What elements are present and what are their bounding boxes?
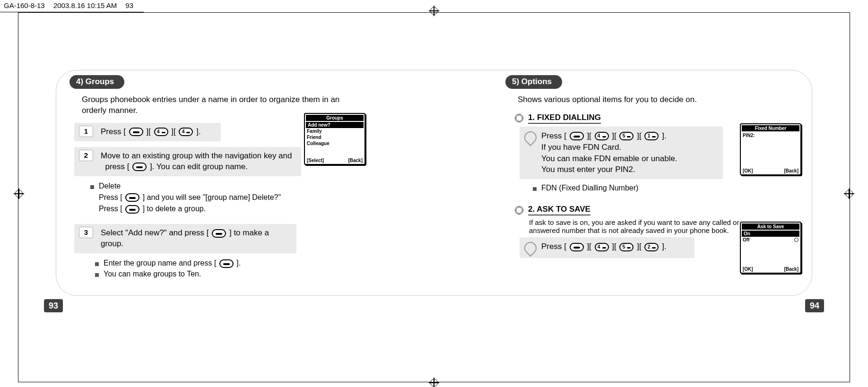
key-4-icon <box>595 132 609 140</box>
doc-timestamp: 2003.8.16 10:15 AM <box>53 1 117 9</box>
key-4-icon <box>179 128 193 136</box>
ask-to-save-heading: 2. ASK TO SAVE <box>515 205 799 215</box>
phone-mock-groups: Groups Add new? Family Friend Colleague … <box>304 113 365 165</box>
softkey-left: [OK] <box>743 267 753 272</box>
phone-mock-ask-to-save: Ask to Save On Off [OK] [Back] <box>740 222 801 274</box>
key-4-icon <box>595 243 609 251</box>
registration-mark-left-icon <box>14 189 24 199</box>
group-bullet-2: You can make groups to Ten. <box>95 270 363 278</box>
content-card: 4) Groups Groups phonebook entries under… <box>56 70 812 296</box>
step-3-number: 3 <box>79 227 93 238</box>
doc-id: GA-160-8-13 <box>4 1 45 9</box>
key-2-icon <box>644 243 659 251</box>
step-1: 1 Press [ ][ ][ ]. <box>74 123 221 141</box>
step-2: 2 Move to an existing group with the nav… <box>74 147 301 176</box>
step-2-number: 2 <box>79 150 93 161</box>
ok-key-icon <box>212 229 226 238</box>
softkey-left: [Select] <box>307 158 324 163</box>
section-groups-heading: 4) Groups <box>69 75 124 89</box>
mock-title: Fixed Number <box>742 125 799 131</box>
right-column: 5) Options Shows various optional items … <box>505 75 799 291</box>
softkey-right: [Back] <box>348 158 363 163</box>
delete-line-2: Press [ ] to delete a group. <box>99 205 363 214</box>
registration-mark-top-icon <box>429 6 439 16</box>
mock-title: Groups <box>306 115 364 121</box>
registration-mark-bottom-icon <box>429 378 439 387</box>
left-column: 4) Groups Groups phonebook entries under… <box>69 75 363 291</box>
softkey-right: [Back] <box>784 267 799 272</box>
phone-mock-fixed-number: Fixed Number PIN2: [OK] [Back] <box>740 123 801 175</box>
radio-on-icon <box>793 232 798 236</box>
bullet-ring-icon <box>515 114 523 122</box>
ok-key-icon <box>219 259 234 268</box>
pin2-label: PIN2: <box>741 132 800 138</box>
softkey-left: [OK] <box>743 168 753 173</box>
ask-to-save-instruction: Press [ ][ ][ ][ ]. <box>520 237 694 258</box>
list-item: Add new? <box>306 122 364 128</box>
fixed-dialling-heading: 1. FIXED DIALLING <box>515 113 799 124</box>
delete-line-1: Press [ ] and you will see "[group name]… <box>99 193 363 202</box>
fixed-dialling-instruction: Press [ ][ ][ ][ ]. If you have FDN Card… <box>520 127 723 179</box>
key-5-icon <box>619 132 634 140</box>
group-bullet-1: Enter the group name and press [ ]. <box>95 259 363 268</box>
swirl-bullet-icon <box>522 129 539 146</box>
page-number-left: 93 <box>44 299 63 312</box>
options-lead: Shows various optional items for you to … <box>518 95 799 105</box>
page-frame: GA-160-8-13 2003.8.16 10:15 AM 93 4) Gro… <box>0 0 868 387</box>
list-item: Family <box>305 128 365 134</box>
menu-key-icon <box>570 132 584 140</box>
step-3: 3 Select "Add new?" and press [ ] to mak… <box>74 224 296 253</box>
softkey-right: [Back] <box>784 168 799 173</box>
registration-mark-right-icon <box>844 189 854 199</box>
radio-off-icon <box>794 238 799 242</box>
delete-heading: Delete <box>90 182 363 190</box>
section-options-heading: 5) Options <box>505 75 562 89</box>
list-item: On <box>742 231 799 237</box>
list-item: Colleague <box>305 140 365 146</box>
bullet-ring-icon <box>515 206 523 215</box>
menu-key-icon <box>570 243 584 251</box>
clear-key-icon <box>125 193 139 202</box>
page-number-right: 94 <box>805 299 824 312</box>
key-4-icon <box>154 128 168 136</box>
list-item: Off <box>741 237 800 243</box>
list-item: Friend <box>305 134 365 140</box>
key-5-icon <box>619 243 634 251</box>
menu-key-icon <box>129 128 143 136</box>
step-1-number: 1 <box>79 126 93 137</box>
mock-title: Ask to Save <box>742 224 799 230</box>
key-1-icon <box>644 132 659 140</box>
fdn-note: FDN (Fixed Dialling Number) <box>533 184 799 192</box>
ok-key-icon <box>132 163 147 171</box>
ok-key-icon <box>125 205 139 214</box>
swirl-bullet-icon <box>522 240 539 257</box>
doc-page-marker: 93 <box>125 1 133 9</box>
running-header: GA-160-8-13 2003.8.16 10:15 AM 93 <box>0 0 144 12</box>
